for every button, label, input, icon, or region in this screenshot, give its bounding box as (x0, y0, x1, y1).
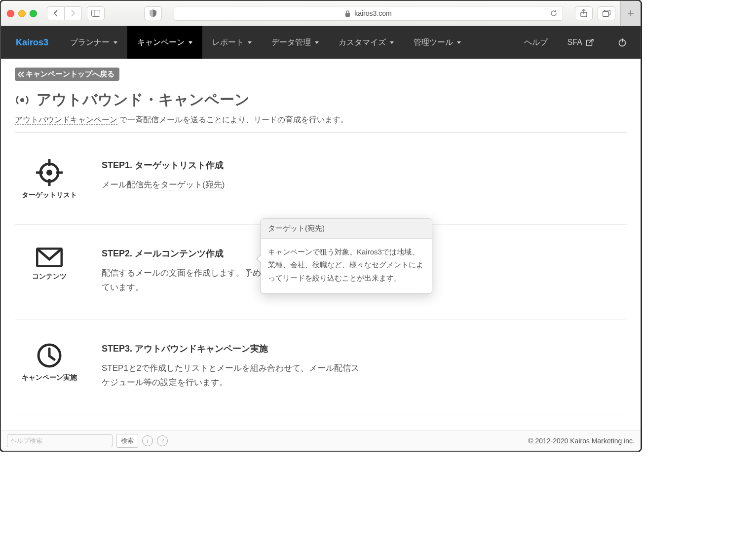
broadcast-icon (15, 93, 30, 107)
minimize-window-button[interactable] (18, 10, 26, 17)
forward-button[interactable] (65, 6, 82, 20)
chevron-down-icon (390, 41, 394, 44)
double-chevron-left-icon (18, 72, 25, 77)
tooltip-body: キャンペーンで狙う対象。Kairos3では地域、業種、会社、役職など、様々なセグ… (261, 239, 432, 293)
svg-line-22 (49, 356, 54, 359)
copyright-text: © 2012-2020 Kairos Marketing inc. (528, 437, 635, 445)
nav-buttons (47, 6, 82, 20)
power-icon (618, 38, 627, 47)
steps-list: ターゲットリスト STEP1. ターゲットリスト作成 メール配信先をターゲット(… (15, 137, 627, 415)
chevron-down-icon (315, 41, 319, 44)
tooltip-target: ターゲット(宛先) キャンペーンで狙う対象。Kairos3では地域、業種、会社、… (261, 218, 432, 294)
svg-rect-6 (603, 12, 609, 17)
chevron-down-icon (189, 41, 192, 44)
help-search-button[interactable]: 検索 (116, 434, 138, 448)
term-target[interactable]: ターゲット(宛先) (160, 180, 225, 190)
external-link-icon (586, 39, 594, 46)
url-text: kairos3.com (354, 9, 391, 17)
help-search-input[interactable]: ヘルプ検索 (7, 434, 113, 447)
page-subtitle: アウトバウンドキャンペーン で一斉配信メールを送ることにより、リードの育成を行い… (15, 115, 627, 125)
new-tab-button[interactable] (620, 1, 641, 26)
nav-sfa[interactable]: SFA (558, 26, 604, 59)
tooltip-title: ターゲット(宛先) (261, 219, 432, 239)
maximize-window-button[interactable] (30, 10, 37, 17)
step-icon-label: コンテンツ (32, 272, 67, 281)
nav-customize[interactable]: カスタマイズ (329, 26, 404, 59)
chevron-down-icon (113, 41, 117, 44)
page-title: アウトバウンド・キャンペーン (15, 90, 627, 110)
step-description: メール配信先をターゲット(宛先) (102, 178, 225, 192)
svg-point-12 (20, 98, 24, 102)
reload-icon[interactable] (550, 9, 558, 17)
traffic-lights (7, 10, 37, 17)
sidebar-toggle-button[interactable] (87, 6, 105, 20)
share-button[interactable] (575, 6, 593, 20)
nav-help[interactable]: ヘルプ (514, 26, 558, 59)
back-button[interactable] (47, 6, 65, 20)
step-icon-label: キャンペーン実施 (22, 373, 77, 382)
step-1: ターゲットリスト STEP1. ターゲットリスト作成 メール配信先をターゲット(… (15, 137, 627, 225)
target-icon (36, 159, 63, 186)
browser-window: kairos3.com Kairos3 プランナー キャンペーン レポート デー… (0, 0, 642, 452)
svg-rect-2 (345, 13, 350, 17)
step-title: STEP3. アウトバウンドキャンペーン実施 (102, 343, 363, 355)
address-bar[interactable]: kairos3.com (174, 6, 563, 21)
chevron-down-icon (248, 41, 252, 44)
back-to-campaign-top-button[interactable]: キャンペーントップへ戻る (15, 68, 119, 81)
nav-planner[interactable]: プランナー (60, 26, 127, 59)
envelope-icon (36, 248, 63, 267)
close-window-button[interactable] (7, 10, 14, 17)
clock-icon (37, 343, 62, 368)
nav-campaign[interactable]: キャンペーン (127, 26, 202, 59)
brand-logo[interactable]: Kairos3 (16, 26, 60, 59)
main-content: キャンペーントップへ戻る アウトバウンド・キャンペーン アウトバウンドキャンペー… (1, 59, 641, 430)
tabs-overview-button[interactable] (598, 6, 615, 20)
footer-bar: ヘルプ検索 検索 i ? © 2012-2020 Kairos Marketin… (1, 430, 641, 451)
step-3: キャンペーン実施 STEP3. アウトバウンドキャンペーン実施 STEP1と2で… (15, 320, 627, 415)
nav-data[interactable]: データ管理 (262, 26, 329, 59)
privacy-shield-button[interactable] (144, 6, 162, 20)
app-navbar: Kairos3 プランナー キャンペーン レポート データ管理 カスタマイズ 管… (1, 26, 641, 59)
chevron-down-icon (457, 41, 461, 44)
browser-toolbar: kairos3.com (1, 1, 641, 26)
term-outbound-campaign[interactable]: アウトバウンドキャンペーン (15, 115, 117, 125)
power-button[interactable] (604, 26, 641, 59)
step-description: STEP1と2で作成したリストとメールを組み合わせて、メール配信スケジュール等の… (102, 361, 363, 390)
help-icon[interactable]: ? (157, 435, 168, 446)
svg-rect-0 (92, 10, 100, 17)
nav-report[interactable]: レポート (202, 26, 262, 59)
step-icon-label: ターゲットリスト (22, 191, 77, 200)
step-title: STEP1. ターゲットリスト作成 (102, 159, 225, 171)
nav-admin[interactable]: 管理ツール (404, 26, 471, 59)
lock-icon (345, 10, 350, 17)
svg-point-14 (46, 170, 52, 176)
info-icon[interactable]: i (142, 435, 153, 446)
